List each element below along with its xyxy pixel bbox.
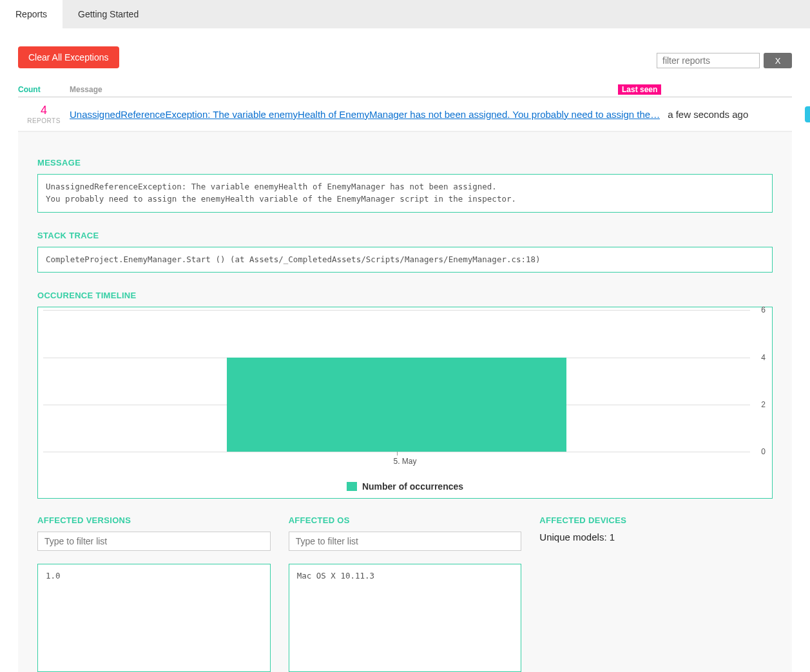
col-count[interactable]: Count	[18, 85, 70, 94]
close-button[interactable]: Close	[805, 106, 810, 122]
timeline-chart: 0246 5. May Number of occurrences	[37, 307, 773, 499]
affected-os-section: AFFECTED OS Mac OS X 10.11.3	[289, 515, 522, 672]
chart-y-tick: 6	[761, 305, 766, 314]
col-message[interactable]: Message	[70, 85, 618, 94]
versions-list: 1.0	[37, 564, 271, 672]
legend-swatch	[347, 482, 357, 491]
os-filter-input[interactable]	[289, 532, 522, 551]
table-row[interactable]: 4 REPORTS UnassignedReferenceException: …	[18, 97, 792, 132]
versions-filter-input[interactable]	[37, 532, 271, 551]
clear-all-exceptions-button[interactable]: Clear All Exceptions	[18, 46, 119, 68]
timeline-section-title: OCCURENCE TIMELINE	[37, 291, 773, 300]
chart-y-tick: 0	[761, 447, 766, 456]
col-last-seen[interactable]: Last seen	[618, 85, 740, 94]
affected-versions-title: AFFECTED VERSIONS	[37, 515, 271, 525]
affected-os-title: AFFECTED OS	[289, 515, 522, 525]
toolbar: Clear All Exceptions X	[18, 46, 792, 68]
last-seen-value: a few seconds ago	[668, 109, 790, 120]
exception-message-link[interactable]: UnassignedReferenceException: The variab…	[70, 109, 660, 120]
tab-getting-started[interactable]: Getting Started	[63, 0, 154, 28]
legend-label: Number of occurrences	[362, 481, 463, 492]
affected-devices-section: AFFECTED DEVICES Unique models: 1	[539, 515, 773, 672]
unique-models-text: Unique models: 1	[539, 532, 773, 542]
stack-trace-body: CompleteProject.EnemyManager.Start () (a…	[37, 247, 773, 273]
count-label: REPORTS	[18, 117, 70, 124]
detail-panel: MESSAGE UnassignedReferenceException: Th…	[18, 132, 792, 672]
clear-filter-button[interactable]: X	[764, 53, 792, 68]
count-cell: 4 REPORTS	[18, 104, 70, 124]
tab-reports[interactable]: Reports	[0, 0, 63, 28]
stack-trace-section-title: STACK TRACE	[37, 231, 773, 240]
chart-x-tick-label: 5. May	[41, 457, 769, 466]
message-body: UnassignedReferenceException: The variab…	[37, 174, 773, 213]
chart-y-tick: 4	[761, 353, 766, 362]
filter-reports-input[interactable]	[657, 53, 760, 68]
chart-y-tick: 2	[761, 400, 766, 409]
chart-bar	[227, 358, 566, 452]
affected-devices-title: AFFECTED DEVICES	[539, 515, 773, 525]
os-list: Mac OS X 10.11.3	[289, 564, 522, 672]
tab-bar: Reports Getting Started	[0, 0, 810, 28]
table-header: Count Message Last seen	[18, 82, 792, 97]
message-section-title: MESSAGE	[37, 158, 773, 168]
count-value: 4	[18, 104, 70, 117]
affected-versions-section: AFFECTED VERSIONS 1.0	[37, 515, 271, 672]
